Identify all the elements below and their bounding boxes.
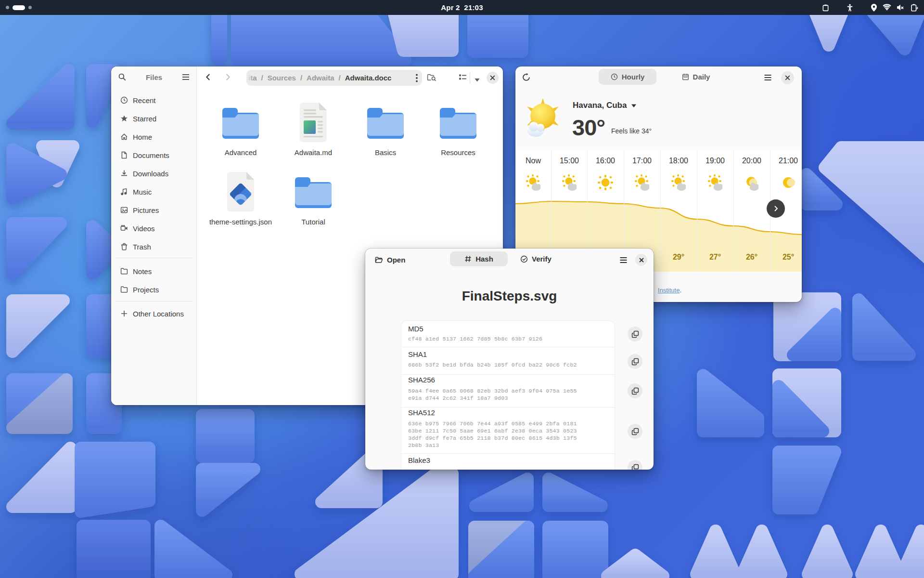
volume-muted-icon[interactable]	[897, 4, 905, 11]
copy-button[interactable]	[628, 354, 642, 369]
attribution-link[interactable]: Institute.	[658, 287, 681, 294]
back-icon[interactable]	[204, 73, 213, 83]
plus-icon	[120, 310, 128, 317]
file-label: Basics	[375, 148, 396, 157]
current-temperature: 30°	[572, 114, 605, 141]
menu-icon[interactable]	[182, 74, 190, 82]
sun-cloud-icon	[515, 174, 552, 191]
tab-daily[interactable]: Daily	[670, 69, 721, 85]
file-item-tutorial[interactable]: Tutorial	[280, 170, 347, 226]
tab-verify[interactable]: Verify	[520, 251, 552, 266]
file-item-adwaita-md[interactable]: Adwaita.md	[280, 100, 347, 157]
sidebar-item-trash[interactable]: Trash	[115, 238, 193, 255]
file-icon-box	[294, 170, 333, 214]
files-sidebar: Files Recent Starred Home Documents Down…	[111, 66, 197, 405]
hour-label: 18:00	[660, 157, 697, 165]
folder-icon	[221, 105, 260, 140]
sun-icon	[587, 174, 624, 191]
file-icon-box	[438, 100, 478, 144]
toolbar-divider	[470, 72, 470, 84]
folder-icon	[120, 286, 128, 293]
tab-hourly[interactable]: Hourly	[599, 69, 656, 85]
file-item-resources[interactable]: Resources	[424, 100, 492, 157]
hash-icon	[464, 255, 472, 263]
sidebar-item-videos[interactable]: Videos	[115, 220, 193, 237]
sidebar-item-recent[interactable]: Recent	[115, 92, 193, 109]
pictures-icon	[120, 206, 128, 214]
hashed-file-title: FinalSteps.svg	[365, 289, 654, 304]
view-options-dropdown-icon[interactable]	[474, 76, 480, 84]
sun-cloud-icon	[624, 174, 660, 191]
music-icon	[120, 188, 128, 196]
menu-icon[interactable]	[764, 74, 772, 83]
sidebar-item-documents[interactable]: Documents	[115, 146, 193, 164]
markdown-document-icon	[297, 102, 329, 143]
json-document-icon	[225, 171, 257, 212]
close-button[interactable]	[781, 71, 794, 84]
open-button[interactable]: Open	[371, 252, 409, 267]
sidebar-item-other-locations[interactable]: Other Locations	[115, 305, 193, 322]
hash-algo-label: Blake3	[408, 456, 430, 464]
hash-value: 686b 53f2 be1d bfda b24b 185f 0fcd ba22 …	[408, 361, 577, 368]
forward-icon[interactable]	[223, 73, 232, 83]
file-item-advanced[interactable]: Advanced	[207, 100, 274, 157]
sidebar-item-downloads[interactable]: Downloads	[115, 165, 193, 182]
row-separator	[401, 407, 615, 407]
breadcrumb-sources[interactable]: Sources	[268, 74, 296, 82]
breadcrumb-current[interactable]: Adwaita.docc	[345, 74, 392, 82]
close-button[interactable]	[635, 254, 647, 266]
sun-cloud-icon	[551, 174, 588, 191]
refresh-icon[interactable]	[522, 73, 531, 84]
hash-results-card: MD5 cf48 a1ed 5137 1662 7d85 5b8c 63b7 9…	[401, 321, 615, 470]
wifi-icon[interactable]	[883, 4, 891, 11]
hour-label: 19:00	[697, 157, 733, 165]
file-label: Advanced	[225, 148, 257, 157]
copy-button[interactable]	[628, 327, 642, 342]
file-label: theme-settings.json	[209, 218, 272, 226]
sidebar-item-home[interactable]: Home	[115, 128, 193, 145]
copy-button[interactable]	[628, 460, 642, 470]
next-hours-button[interactable]	[767, 199, 785, 218]
accessibility-icon[interactable]	[846, 4, 854, 12]
folder-search-icon[interactable]	[427, 73, 436, 84]
file-item-theme-settings-json[interactable]: theme-settings.json	[207, 170, 274, 226]
hour-temp: 27°	[697, 253, 733, 262]
location-icon[interactable]	[871, 4, 877, 12]
moon-cloud-icon	[733, 174, 770, 191]
sidebar-item-projects[interactable]: Projects	[115, 281, 193, 298]
clock-icon	[611, 73, 618, 80]
moon-icon	[770, 174, 802, 191]
folder-icon	[120, 267, 128, 275]
close-button[interactable]	[487, 72, 499, 84]
location-selector[interactable]: Havana, Cuba	[573, 101, 637, 110]
hour-temp: 29°	[660, 253, 697, 262]
kebab-menu-icon[interactable]	[416, 74, 422, 82]
hour-label: 21:00	[770, 157, 802, 165]
folder-icon	[294, 174, 333, 209]
list-view-icon[interactable]	[459, 74, 467, 83]
breadcrumb-fade	[246, 70, 253, 86]
trash-icon	[120, 243, 128, 250]
breadcrumb-adwaita[interactable]: Adwaita	[307, 74, 334, 82]
file-item-basics[interactable]: Basics	[352, 100, 419, 157]
clipboard-icon[interactable]	[822, 4, 829, 12]
clock-menu[interactable]: Apr 2 21:03	[0, 0, 924, 15]
sidebar-item-starred[interactable]: Starred	[115, 110, 193, 127]
copy-button[interactable]	[628, 424, 642, 439]
breadcrumb[interactable]: ita / Sources / Adwaita / Adwaita.docc	[246, 70, 422, 86]
menu-icon[interactable]	[619, 257, 628, 265]
sidebar-item-pictures[interactable]: Pictures	[115, 201, 193, 219]
sidebar-separator	[115, 301, 193, 302]
hash-value: 59a4 f4ee 0a65 0068 82eb 32bd aef3 9f04 …	[408, 387, 577, 402]
tab-hash[interactable]: Hash	[450, 251, 508, 266]
battery-charging-icon[interactable]	[910, 4, 918, 12]
check-circle-icon	[520, 255, 528, 263]
sun-cloud-icon	[660, 174, 697, 191]
downloads-icon	[120, 170, 128, 177]
hash-value: 636e b975 7966 706b 7e44 a93f 0585 e499 …	[408, 420, 577, 449]
copy-button[interactable]	[628, 383, 642, 398]
feels-like: Feels like 34°	[611, 127, 652, 135]
sidebar-item-notes[interactable]: Notes	[115, 263, 193, 280]
folder-icon	[366, 105, 405, 140]
sidebar-item-music[interactable]: Music	[115, 183, 193, 200]
